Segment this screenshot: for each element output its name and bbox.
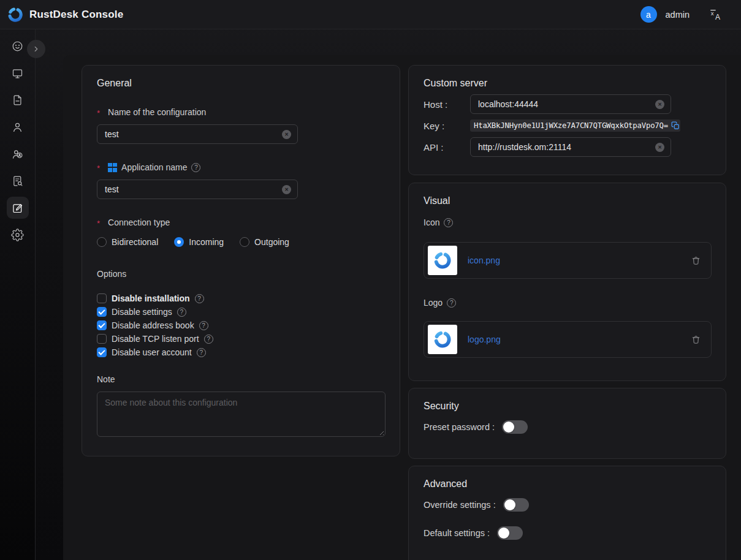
key-row: Key : HtaXBkJNHyn0e1U1jWXze7A7CN7QTGWqxk… xyxy=(424,119,711,132)
default-settings-toggle[interactable] xyxy=(497,526,523,540)
sidebar-collapse-button[interactable] xyxy=(27,40,45,58)
api-label: API : xyxy=(424,142,470,153)
sidebar-item-groups[interactable] xyxy=(4,140,31,167)
app-header: RustDesk Console a admin x A xyxy=(0,0,741,29)
disable-installation-help-icon[interactable] xyxy=(195,294,204,303)
audit-log-icon xyxy=(11,175,24,187)
logo-file-link[interactable]: logo.png xyxy=(468,335,501,344)
app-title: RustDesk Console xyxy=(29,9,123,21)
clear-api-icon[interactable] xyxy=(655,143,664,152)
checkbox-disable-address-book[interactable]: Disable address book xyxy=(97,320,385,330)
checkbox-disable-installation[interactable]: Disable installation xyxy=(97,293,385,303)
radio-incoming[interactable]: Incoming xyxy=(174,237,224,247)
sidebar-item-documents[interactable] xyxy=(4,86,31,113)
icon-thumbnail xyxy=(428,246,457,275)
user-avatar[interactable]: a xyxy=(640,6,657,23)
advanced-card-title: Advanced xyxy=(424,479,711,490)
trash-icon xyxy=(691,255,701,266)
icon-help-icon[interactable] xyxy=(444,218,453,227)
clear-host-icon[interactable] xyxy=(655,100,664,109)
trash-icon xyxy=(691,335,701,345)
preset-password-label: Preset password : xyxy=(424,422,495,432)
gear-icon xyxy=(11,229,24,241)
copy-key-icon[interactable] xyxy=(671,121,680,130)
logo-label: Logo xyxy=(424,298,711,308)
application-name-help-icon[interactable] xyxy=(191,163,200,172)
preset-password-row: Preset password : xyxy=(424,420,711,434)
host-input[interactable] xyxy=(471,95,671,113)
advanced-card: Advanced Override settings : Default set… xyxy=(408,466,726,560)
user-name[interactable]: admin xyxy=(666,10,690,20)
toggle-knob xyxy=(504,499,515,510)
checkbox-disable-user-account[interactable]: Disable user account xyxy=(97,347,385,357)
general-card-title: General xyxy=(97,78,385,89)
logo-help-icon[interactable] xyxy=(447,298,456,308)
logo-file-box: logo.png xyxy=(424,321,712,358)
clear-config-name-icon[interactable] xyxy=(282,130,291,139)
application-name-input-wrap xyxy=(97,180,298,199)
sidebar-item-audit[interactable] xyxy=(4,167,31,194)
sidebar-item-settings[interactable] xyxy=(4,221,31,248)
clear-application-name-icon[interactable] xyxy=(282,185,291,194)
radio-bidirectional[interactable]: Bidirectional xyxy=(97,237,158,247)
checkbox-disable-tcp-listen-port[interactable]: Disable TCP listen port xyxy=(97,334,385,344)
api-row: API : xyxy=(424,137,711,157)
edit-icon xyxy=(11,202,24,214)
key-value: HtaXBkJNHyn0e1U1jWXze7A7CN7QTGWqxkOtpaVp… xyxy=(474,121,668,130)
key-value-block: HtaXBkJNHyn0e1U1jWXze7A7CN7QTGWqxkOtpaVp… xyxy=(470,119,680,132)
svg-text:x: x xyxy=(711,9,714,16)
user-icon xyxy=(11,121,24,134)
api-input[interactable] xyxy=(471,138,671,156)
options-checklist: Disable installation Disable settings Di… xyxy=(97,293,385,357)
windows-logo-icon xyxy=(108,163,117,172)
radio-outgoing[interactable]: Outgoing xyxy=(240,237,289,247)
sidebar-item-custom-clients[interactable] xyxy=(4,194,31,221)
preset-password-toggle[interactable] xyxy=(502,420,528,434)
delete-icon-file-button[interactable] xyxy=(691,255,701,266)
note-textarea-wrap xyxy=(97,392,386,437)
general-card: General Name of the configuration Applic… xyxy=(82,65,400,456)
override-settings-label: Override settings : xyxy=(424,500,496,510)
toggle-knob xyxy=(498,528,509,539)
note-label: Note xyxy=(97,374,385,384)
checkbox-disable-settings[interactable]: Disable settings xyxy=(97,307,385,317)
host-row: Host : xyxy=(424,94,711,114)
visual-card-title: Visual xyxy=(424,195,711,206)
rustdesk-logo-icon xyxy=(7,7,23,23)
sidebar xyxy=(0,29,36,560)
icon-file-link[interactable]: icon.png xyxy=(468,255,500,265)
checkbox-box xyxy=(97,334,107,344)
note-textarea[interactable] xyxy=(97,392,385,436)
config-name-label: Name of the configuration xyxy=(97,107,385,117)
smiley-icon xyxy=(11,40,24,53)
default-settings-label: Default settings : xyxy=(424,528,490,538)
visual-card: Visual Icon icon.png Logo xyxy=(408,183,726,381)
host-label: Host : xyxy=(424,99,470,110)
disable-settings-help-icon[interactable] xyxy=(177,308,186,317)
delete-logo-file-button[interactable] xyxy=(691,335,701,345)
brand: RustDesk Console xyxy=(7,7,123,23)
checkbox-box xyxy=(97,293,107,303)
disable-tcp-listen-port-help-icon[interactable] xyxy=(204,335,213,344)
custom-server-card-title: Custom server xyxy=(424,78,711,89)
config-name-input-wrap xyxy=(97,124,298,144)
security-card-title: Security xyxy=(424,401,711,412)
application-name-input[interactable] xyxy=(97,180,297,199)
disable-address-book-help-icon[interactable] xyxy=(199,321,208,330)
document-icon xyxy=(11,94,24,107)
checkbox-box xyxy=(97,307,107,317)
checkbox-box xyxy=(97,347,107,357)
language-icon[interactable]: x A xyxy=(709,8,723,21)
options-label: Options xyxy=(97,269,385,279)
disable-user-account-help-icon[interactable] xyxy=(197,348,206,357)
override-settings-toggle[interactable] xyxy=(503,498,529,512)
checkbox-box xyxy=(97,320,107,330)
sidebar-item-user[interactable] xyxy=(4,113,31,140)
config-name-input[interactable] xyxy=(97,125,297,143)
application-name-label: Application name xyxy=(97,162,385,172)
default-settings-row: Default settings : xyxy=(424,526,711,540)
monitor-icon xyxy=(11,67,24,80)
custom-server-card: Custom server Host : Key : HtaXBkJNHyn0e… xyxy=(408,65,726,175)
radio-dot xyxy=(174,237,184,247)
sidebar-item-devices[interactable] xyxy=(4,59,31,86)
